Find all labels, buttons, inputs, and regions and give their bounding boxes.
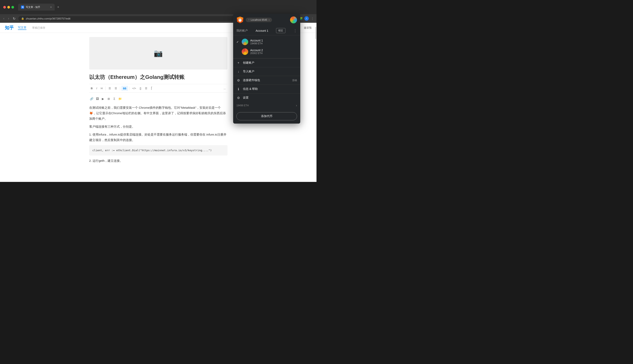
settings-item[interactable]: ⚙ 设置 — [233, 93, 300, 102]
activity-badge: 活动 — [292, 79, 297, 82]
info-icon: ℹ — [236, 87, 240, 91]
cover-image-area[interactable]: 📷 — [89, 37, 228, 70]
info-help-item[interactable]: ℹ 信息 & 帮助 — [233, 84, 300, 93]
scroll-thumb[interactable] — [315, 27, 316, 39]
tab-title: 写文章 - 知乎 — [26, 6, 40, 9]
editor-toolbar-2: 🔗 🖼 ▶ ⊞ Σ 📁 — [89, 95, 228, 102]
account-item-1[interactable]: ✓ Account 1 19498 ETH — [233, 37, 300, 47]
network-name: Localhost 8545 — [251, 18, 267, 21]
info-help-label: 信息 & 帮助 — [243, 87, 258, 91]
lock-icon: 🔒 — [21, 17, 24, 20]
folder-btn[interactable]: 📁 — [118, 96, 122, 101]
article-body[interactable]: 在测试转账之前，我们需要安装一个 Chrome插件的数字钱包。它叫"MetaMa… — [89, 105, 228, 164]
import-account-icon: ↓ — [236, 70, 240, 74]
table-btn[interactable]: ⊞ — [106, 96, 111, 101]
account-item-2[interactable]: ✓ Account 2 20302 ETH — [233, 47, 300, 56]
active-tab[interactable]: 知 写文章 - 知乎 × — [18, 4, 55, 10]
profile-icon[interactable]: 人 — [304, 16, 309, 21]
tab-close-btn[interactable]: × — [50, 6, 52, 9]
align-btn[interactable]: ☰ — [143, 86, 149, 91]
import-account-label: 导入账户 — [243, 70, 254, 73]
forward-btn[interactable]: › — [7, 16, 10, 21]
settings-icon: ⚙ — [236, 96, 240, 100]
connect-hardware-label: 连接硬件钱包 — [243, 78, 260, 82]
accounts-header: 我的账户 Account 1 锁定 ⋮ — [233, 26, 300, 35]
balance-area: 19498 ETH › — [233, 102, 300, 109]
ol-btn[interactable]: ☰ — [107, 86, 112, 91]
network-badge[interactable]: ? Localhost 8545 ▾ — [246, 18, 272, 22]
connect-hardware-item[interactable]: ⚙ 连接硬件钱包 活动 — [233, 76, 300, 84]
editor-area: 📷 以太坊（Ethereum）之Golang测试转账 B I H ☰ ☰ 66 … — [81, 33, 236, 169]
create-account-label: 创建账户 — [243, 61, 254, 65]
ul-btn[interactable]: ☰ — [113, 86, 119, 91]
account-1-balance: 19498 ETH — [250, 42, 297, 45]
traffic-lights — [3, 6, 14, 8]
bold-btn[interactable]: B — [89, 86, 94, 91]
image-btn[interactable]: 🖼 — [95, 96, 100, 101]
list-item-2: 2. 运行geth，建立连接。 — [89, 158, 228, 164]
account-avatar-main[interactable] — [290, 16, 297, 23]
article-title[interactable]: 以太坊（Ethereum）之Golang测试转账 — [89, 74, 228, 81]
video-btn[interactable]: ▶ — [100, 96, 106, 101]
scrollbar[interactable] — [315, 23, 316, 182]
import-account-item[interactable]: ↓ 导入账户 — [233, 67, 300, 76]
bracket-btn[interactable]: [] — [138, 86, 143, 91]
create-account-icon: + — [236, 61, 240, 65]
account-check-icon: ✓ — [236, 40, 240, 44]
account-2-balance: 20302 ETH — [250, 52, 297, 55]
svg-point-5 — [241, 19, 242, 20]
tab-bar: 知 写文章 - 知乎 × + — [18, 4, 61, 10]
browser-chrome: 知 写文章 - 知乎 × + — [0, 0, 316, 14]
toolbar-sep-3 — [129, 86, 130, 90]
new-tab-btn[interactable]: + — [56, 5, 61, 9]
zhihu-logo[interactable]: 知乎 — [5, 25, 14, 31]
code-block: client, err := ethclient.Dial("https://m… — [89, 145, 228, 156]
right-chevron-icon: › — [296, 104, 297, 107]
connect-hardware-icon: ⚙ — [236, 78, 240, 82]
invite-preview-btn[interactable]: 邀请预 — [304, 26, 312, 30]
clear-btn[interactable]: ⎡ — [150, 86, 154, 91]
metamask-popup: ? Localhost 8545 ▾ 我的账户 Account 1 锁定 ⋮ ✓… — [233, 14, 300, 124]
fullscreen-button[interactable] — [12, 6, 14, 8]
camera-icon: 📷 — [154, 49, 163, 58]
metamask-fox-logo — [236, 16, 244, 24]
body-para-1: 在测试转账之前，我们需要安装一个 Chrome插件的数字钱包。它叫"MetaMa… — [89, 105, 228, 121]
body-para-2: 客户端连接有三种方式，分别是。 — [89, 124, 228, 129]
account-2-info: Account 2 20302 ETH — [250, 48, 297, 55]
lock-button[interactable]: 锁定 — [276, 28, 286, 33]
my-accounts-label: 我的账户 — [236, 29, 248, 32]
quote-btn[interactable]: 66 — [121, 86, 128, 91]
create-account-item[interactable]: + 创建账户 — [233, 58, 300, 67]
code-inline-btn[interactable]: </> — [131, 86, 138, 91]
account-1-info: Account 1 19498 ETH — [250, 39, 297, 45]
svg-point-4 — [239, 19, 240, 20]
minimize-button[interactable] — [7, 6, 10, 8]
toolbar-sep-1 — [106, 86, 106, 90]
list-item-1: 1. 使用infura，infure.io提供客启端连接。好处是不需要在服务运行… — [89, 132, 228, 143]
current-account-name: Account 1 — [256, 29, 268, 32]
add-token-btn[interactable]: 添加代币 — [236, 112, 297, 120]
settings-label: 设置 — [243, 96, 248, 100]
account-2-name: Account 2 — [250, 48, 297, 52]
close-button[interactable] — [3, 6, 6, 8]
refresh-btn[interactable]: ↻ — [12, 16, 16, 21]
back-btn[interactable]: ‹ — [2, 16, 5, 21]
balance-display: 19498 ETH — [236, 104, 249, 107]
more-icon[interactable]: ⋮ — [311, 17, 314, 20]
toolbar-sep-2 — [120, 86, 120, 90]
popup-header: ? Localhost 8545 ▾ — [233, 14, 300, 26]
formula-btn[interactable]: Σ — [112, 96, 117, 101]
account-list: ✓ Account 1 19498 ETH ✓ Account 2 20302 … — [233, 35, 300, 58]
link-btn[interactable]: 🔗 — [89, 96, 94, 101]
write-article-nav[interactable]: 写文章 — [18, 26, 26, 30]
italic-btn[interactable]: I — [95, 86, 99, 91]
more-dots-btn[interactable]: ⋮ — [293, 28, 297, 33]
account-1-avatar — [242, 38, 248, 45]
network-chevron-icon: ▾ — [268, 19, 270, 21]
heading-btn[interactable]: H — [99, 86, 104, 91]
more-btn[interactable]: ... — [222, 86, 228, 91]
account-2-check: ✓ — [236, 50, 240, 53]
account-1-name: Account 1 — [250, 39, 297, 42]
account-2-avatar — [242, 48, 248, 55]
network-question-icon: ? — [248, 19, 250, 21]
